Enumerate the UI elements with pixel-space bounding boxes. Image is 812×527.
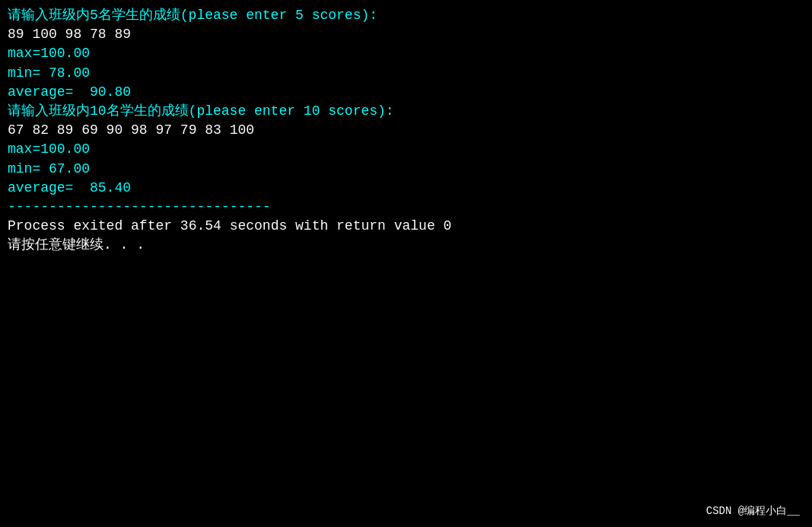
terminal-line-avg2: average= 85.40 bbox=[8, 179, 804, 198]
terminal-line-prompt1: 请输入班级内5名学生的成绩(please enter 5 scores): bbox=[8, 6, 804, 25]
terminal-window: 请输入班级内5名学生的成绩(please enter 5 scores):89 … bbox=[0, 0, 812, 527]
terminal-line-input1: 89 100 98 78 89 bbox=[8, 25, 804, 44]
watermark: CSDN @编程小白__ bbox=[706, 504, 800, 518]
terminal-output: 请输入班级内5名学生的成绩(please enter 5 scores):89 … bbox=[8, 6, 804, 255]
terminal-line-min2: min= 67.00 bbox=[8, 160, 804, 179]
terminal-line-continue: 请按任意键继续. . . bbox=[8, 236, 804, 255]
terminal-line-process: Process exited after 36.54 seconds with … bbox=[8, 217, 804, 236]
terminal-line-min1: min= 78.00 bbox=[8, 64, 804, 83]
terminal-line-max1: max=100.00 bbox=[8, 44, 804, 63]
terminal-line-max2: max=100.00 bbox=[8, 140, 804, 159]
terminal-line-prompt2: 请输入班级内10名学生的成绩(please enter 10 scores): bbox=[8, 102, 804, 121]
terminal-line-separator: -------------------------------- bbox=[8, 198, 804, 217]
terminal-line-avg1: average= 90.80 bbox=[8, 83, 804, 102]
terminal-line-input2: 67 82 89 69 90 98 97 79 83 100 bbox=[8, 121, 804, 140]
